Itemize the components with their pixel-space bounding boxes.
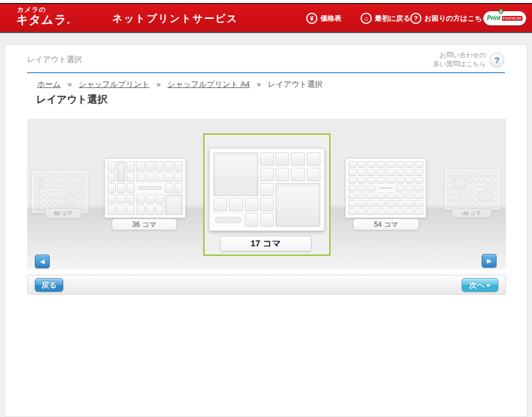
- preview-photo-slot: [155, 205, 164, 215]
- preview-photo-slot: [415, 177, 423, 184]
- preview-photo-slot: [291, 152, 304, 166]
- preview-photo-slot: [174, 183, 183, 193]
- preview-photo-slot: [39, 178, 44, 189]
- preview-photo-slot: [126, 205, 135, 215]
- preview-photo-slot: [453, 178, 466, 190]
- preview-photo-slot: [65, 178, 70, 183]
- preview-photo-slot: [60, 184, 65, 189]
- preview-photo-slot: [165, 183, 173, 193]
- preview-photo-slot: [76, 178, 80, 183]
- preview-photo-slot: [473, 171, 479, 177]
- preview-photo-slot: [108, 161, 116, 171]
- preview-photo-slot: [275, 183, 320, 227]
- layout-option-36[interactable]: 36 コマ: [105, 158, 186, 230]
- preview-photo-slot: [396, 193, 404, 199]
- preview-photo-slot: [473, 178, 479, 184]
- preview-photo-slot: [136, 172, 144, 183]
- diamond-icon: [498, 8, 504, 14]
- preview-photo-slot: [39, 206, 44, 211]
- layout-carousel: 82 コマ 36 コマ 17 コマ 54 コマ 46 コマ ◀: [27, 119, 506, 269]
- preview-photo-slot: [70, 184, 75, 189]
- preview-photo-slot: [76, 200, 80, 205]
- breadcrumb-separator: »: [156, 80, 160, 89]
- carousel-prev-button[interactable]: ◀: [35, 255, 50, 268]
- layout-option-82[interactable]: 82 コマ: [31, 171, 88, 223]
- preview-photo-slot: [213, 152, 258, 196]
- preview-photo-slot: [415, 193, 423, 199]
- breadcrumb-separator: »: [257, 80, 261, 89]
- preview-photo-slot: [473, 196, 479, 202]
- preview-photo-slot: [387, 161, 395, 168]
- preview-photo-slot: [146, 205, 154, 215]
- preview-photo-slot: [39, 173, 44, 178]
- preview-title-slot: [377, 185, 394, 191]
- preview-title-bar: [51, 191, 63, 193]
- logo-line2: キタムラ.: [16, 14, 72, 26]
- preview-photo-slot: [76, 184, 80, 189]
- preview-photo-slot: [406, 209, 414, 215]
- preview-photo-slot: [396, 185, 404, 191]
- breadcrumb-shuffle-print[interactable]: シャッフルプリント: [79, 80, 150, 89]
- arrow-right-icon: ▶: [487, 282, 491, 288]
- preview-photo-slot: [155, 194, 164, 204]
- preview-photo-slot: [245, 213, 258, 227]
- layout-option-54[interactable]: 54 コマ: [345, 158, 426, 230]
- layout-option-17-selected[interactable]: 17 コマ: [203, 133, 330, 256]
- preview-photo-slot: [460, 196, 466, 202]
- breadcrumb-shuffle-print-a4[interactable]: シャッフルプリント A4: [167, 80, 249, 89]
- question-icon: ?: [410, 12, 421, 24]
- preview-photo-slot: [348, 209, 356, 215]
- breadcrumb-home[interactable]: ホーム: [37, 80, 61, 89]
- preview-photo-slot: [479, 203, 485, 209]
- preview-photo-slot: [485, 203, 491, 209]
- preview-photo-slot: [126, 194, 135, 204]
- preview-photo-slot: [492, 203, 498, 209]
- back-button[interactable]: 戻る: [35, 278, 63, 292]
- preview-photo-slot: [406, 169, 414, 175]
- preview-photo-slot: [260, 183, 274, 197]
- preview-photo-slot: [108, 172, 116, 183]
- carousel-next-button[interactable]: ▶: [482, 254, 497, 268]
- preview-photo-slot: [55, 178, 60, 183]
- breadcrumb: ホーム » シャッフルプリント » シャッフルプリント A4 » レイアウト選択: [37, 79, 323, 90]
- question-icon[interactable]: ?: [489, 53, 504, 67]
- preview-photo-slot: [406, 200, 414, 207]
- preview-photo-slot: [126, 161, 135, 171]
- preview-photo-slot: [108, 183, 116, 193]
- preview-photo-slot: [387, 209, 395, 215]
- yen-icon: ¥: [306, 12, 317, 24]
- preview-photo-slot: [377, 193, 385, 199]
- preview-photo-slot: [34, 200, 38, 205]
- preview-photo-slot: [348, 169, 356, 175]
- preview-photo-slot: [60, 200, 65, 205]
- faq-link[interactable]: お問い合わせの 多い質問はこちら ?: [433, 51, 504, 69]
- service-title: ネットプリントサービス: [112, 11, 238, 25]
- preview-photo-slot: [117, 183, 125, 193]
- preview-photo-slot: [358, 209, 366, 215]
- preview-photo-slot: [348, 177, 356, 184]
- nav-help[interactable]: ? お困りの方はこちら: [410, 12, 489, 24]
- preview-photo-slot: [492, 184, 498, 190]
- preview-photo-slot: [55, 195, 60, 200]
- preview-title-slot: [136, 183, 163, 193]
- preview-photo-slot: [367, 169, 375, 175]
- preview-photo-slot: [367, 200, 375, 207]
- nav-back-to-start[interactable]: ⌂ 最初に戻る: [361, 12, 411, 24]
- preview-photo-slot: [485, 184, 491, 190]
- preview-photo-slot: [76, 190, 80, 194]
- preview-photo-slot: [485, 178, 491, 184]
- next-button[interactable]: 次へ ▶: [462, 278, 498, 292]
- preview-photo-slot: [406, 185, 414, 191]
- preview-photo-slot: [387, 193, 395, 199]
- layout-option-46[interactable]: 46 コマ: [445, 169, 500, 218]
- kitamura-logo[interactable]: カメラの キタムラ.: [16, 6, 72, 26]
- preview-photo-slot: [396, 209, 404, 215]
- preview-photo-slot: [117, 194, 125, 204]
- preview-photo-slot: [146, 172, 154, 183]
- preview-title-slot: [50, 190, 65, 194]
- page: カメラの キタムラ. ネットプリントサービス ¥ 価格表 ⌂ 最初に戻る ? お…: [0, 0, 532, 417]
- nav-price-list[interactable]: ¥ 価格表: [306, 12, 342, 24]
- preview-photo-slot: [70, 190, 75, 194]
- preview-photo-slot: [44, 173, 49, 178]
- content-panel: レイアウト選択 お問い合わせの 多い質問はこちら ? ホーム » シャッフルプリ…: [5, 44, 527, 417]
